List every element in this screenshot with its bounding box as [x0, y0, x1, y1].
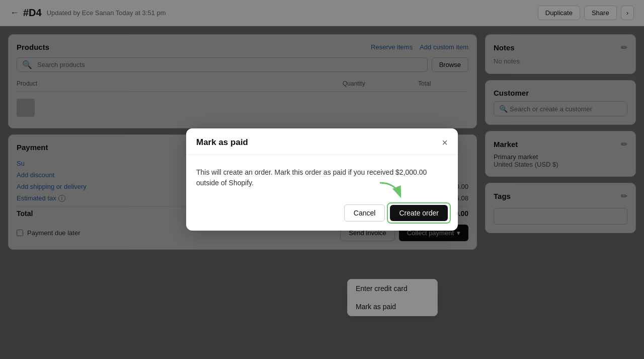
- modal-overlay[interactable]: Mark as paid × This will create an order…: [0, 0, 644, 359]
- modal-close-button[interactable]: ×: [442, 137, 448, 148]
- cancel-button[interactable]: Cancel: [344, 204, 385, 222]
- mark-as-paid-modal: Mark as paid × This will create an order…: [186, 128, 458, 231]
- modal-footer: Cancel Create order: [186, 198, 458, 231]
- modal-header: Mark as paid ×: [186, 128, 458, 155]
- modal-body-text: This will create an order. Mark this ord…: [196, 167, 448, 188]
- arrow-indicator: [375, 180, 405, 202]
- create-order-button[interactable]: Create order: [390, 205, 448, 221]
- modal-title: Mark as paid: [196, 137, 248, 148]
- create-order-wrap: Create order: [390, 205, 448, 221]
- modal-body: This will create an order. Mark this ord…: [186, 155, 458, 198]
